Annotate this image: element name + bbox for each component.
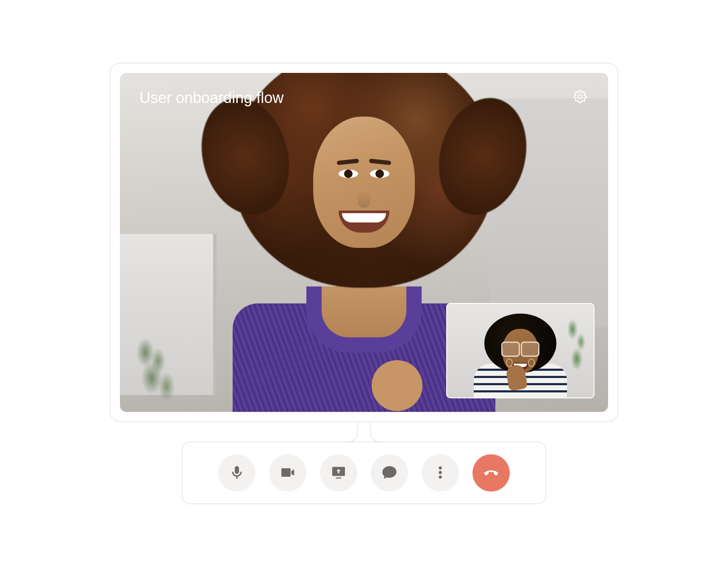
camera-button[interactable] — [269, 454, 306, 492]
svg-point-4 — [439, 475, 442, 478]
microphone-icon — [228, 464, 245, 482]
video-camera-icon — [279, 464, 296, 482]
screen-share-icon — [330, 464, 347, 482]
hang-up-button[interactable] — [472, 454, 510, 492]
call-toolbar — [182, 442, 546, 504]
share-screen-button[interactable] — [320, 454, 357, 492]
hang-up-icon — [483, 464, 500, 482]
mute-button[interactable] — [218, 454, 256, 492]
svg-rect-1 — [336, 477, 341, 478]
more-options-icon — [432, 464, 449, 482]
video-frame: User onboarding flow — [120, 73, 608, 412]
self-view-pip[interactable] — [446, 303, 595, 398]
gear-icon — [573, 90, 587, 105]
window-connector — [189, 421, 539, 442]
svg-point-2 — [439, 466, 442, 469]
chat-button[interactable] — [371, 454, 408, 492]
more-options-button[interactable] — [422, 454, 459, 492]
svg-point-3 — [439, 471, 442, 474]
call-title: User onboarding flow — [139, 89, 283, 107]
video-call-window: User onboarding flow — [110, 63, 618, 422]
settings-button[interactable] — [571, 88, 589, 107]
chat-icon — [381, 464, 398, 482]
